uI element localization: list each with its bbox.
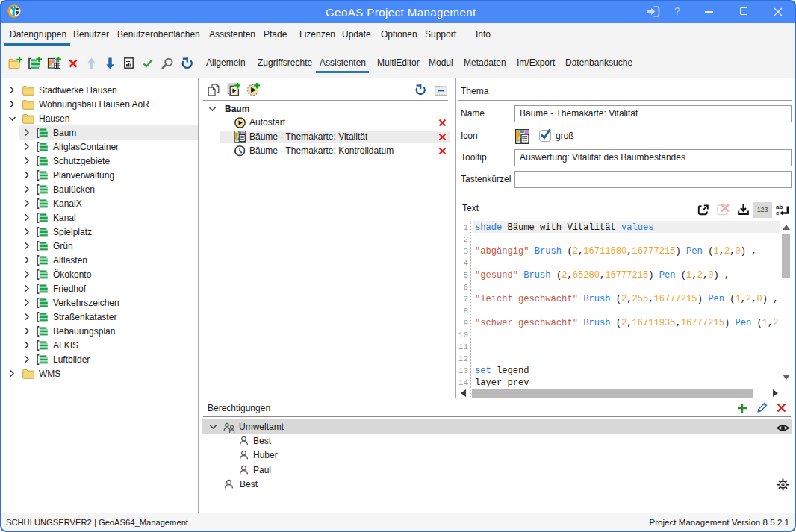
svg-text:c: c [776, 210, 780, 216]
